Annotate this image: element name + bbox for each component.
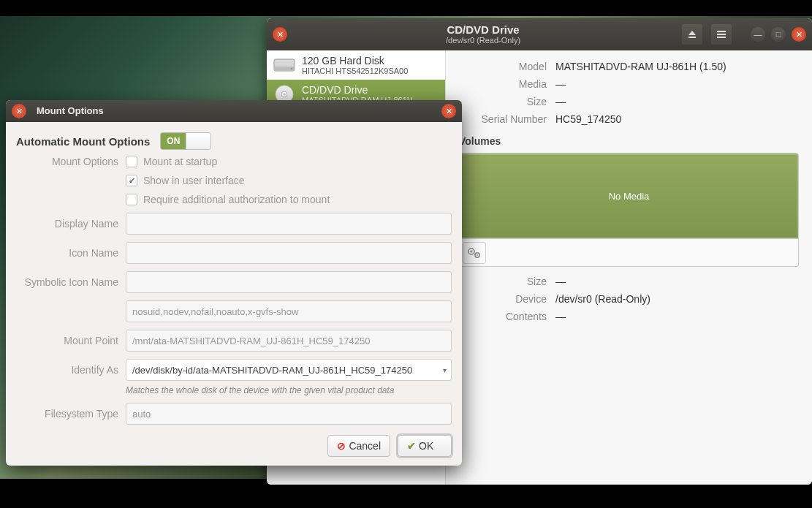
- ok-icon: ✔: [407, 440, 416, 452]
- fs-type-label: Filesystem Type: [16, 408, 118, 420]
- eject-icon: [687, 29, 697, 39]
- sidebar-item-label: CD/DVD Drive: [302, 84, 413, 96]
- auto-mount-label: Automatic Mount Options: [16, 135, 150, 148]
- auto-mount-switch[interactable]: ON: [160, 132, 211, 150]
- label-media: Media: [459, 78, 547, 90]
- cb-mount-startup-row[interactable]: Mount at startup: [126, 156, 452, 167]
- mount-options-label: Mount Options: [16, 156, 118, 167]
- mount-point-label: Mount Point: [16, 335, 118, 346]
- menu-button[interactable]: [711, 24, 732, 45]
- close-icon-right[interactable]: ✕: [792, 27, 806, 42]
- mount-flags-input[interactable]: [126, 300, 452, 322]
- label-size: Size: [459, 96, 547, 107]
- cancel-icon: ⊘: [337, 440, 346, 452]
- identify-as-label: Identify As: [16, 364, 118, 376]
- icon-name-input[interactable]: [126, 242, 452, 264]
- cb-auth-label: Require additional authorization to moun…: [143, 194, 330, 205]
- cb-show-ui-label: Show in user interface: [143, 175, 245, 186]
- dialog-title: Mount Options: [37, 106, 436, 116]
- minimize-icon[interactable]: —: [751, 27, 765, 42]
- sym-icon-input[interactable]: [126, 271, 452, 293]
- cancel-button[interactable]: ⊘ Cancel: [327, 435, 390, 457]
- label-vol-size: Size: [459, 276, 547, 287]
- icon-name-label: Icon Name: [16, 247, 118, 259]
- volumes-toolbar: [459, 239, 799, 267]
- checkbox-checked-icon[interactable]: [126, 175, 137, 186]
- ok-button[interactable]: ✔ OK: [398, 435, 452, 457]
- value-size: —: [555, 96, 566, 107]
- panel-top: [0, 0, 812, 16]
- value-serial: HC59_174250: [555, 113, 621, 125]
- close-icon-right[interactable]: ✕: [441, 104, 456, 118]
- volumes-heading: Volumes: [459, 135, 799, 147]
- value-vol-size: —: [555, 276, 566, 287]
- sidebar-item-sublabel: HITACHI HTS542512K9SA00: [302, 67, 408, 75]
- switch-knob: [186, 133, 210, 149]
- label-contents: Contents: [459, 311, 547, 322]
- display-name-input[interactable]: [126, 213, 452, 235]
- identify-hint: Matches the whole disk of the device wit…: [126, 385, 452, 395]
- volumes-area[interactable]: No Media: [459, 153, 799, 239]
- checkbox-unchecked-icon[interactable]: [126, 194, 137, 205]
- value-contents: —: [555, 311, 566, 322]
- mount-options-dialog: ✕ Mount Options ✕ Automatic Mount Option…: [6, 100, 462, 466]
- volume-status: No Media: [609, 191, 650, 202]
- eject-button[interactable]: [682, 24, 702, 45]
- gears-icon: [467, 246, 482, 259]
- ok-label: OK: [419, 440, 433, 452]
- chevron-down-icon: ▾: [443, 366, 447, 374]
- svg-point-5: [284, 94, 286, 96]
- identify-as-value: /dev/disk/by-id/ata-MATSHITADVD-RAM_UJ-8…: [132, 365, 412, 376]
- cb-mount-startup-label: Mount at startup: [143, 156, 217, 167]
- display-name-label: Display Name: [16, 218, 118, 230]
- label-device: Device: [459, 293, 547, 305]
- svg-point-2: [291, 68, 292, 69]
- value-device: /dev/sr0 (Read-Only): [555, 293, 650, 305]
- cb-show-ui-row[interactable]: Show in user interface: [126, 175, 452, 186]
- window-title-block: CD/DVD Drive /dev/sr0 (Read-Only): [293, 24, 673, 45]
- sym-icon-label: Symbolic Icon Name: [16, 276, 118, 288]
- mount-point-input[interactable]: [126, 330, 452, 352]
- close-icon[interactable]: ✕: [12, 104, 26, 118]
- hdd-icon: [273, 55, 296, 75]
- device-details: ModelMATSHITADVD-RAM UJ-861H (1.50) Medi…: [446, 50, 812, 485]
- svg-point-9: [477, 254, 478, 256]
- sidebar-item-hdd[interactable]: 120 GB Hard Disk HITACHI HTS542512K9SA00: [267, 50, 445, 80]
- svg-point-7: [471, 250, 473, 252]
- switch-state: ON: [161, 133, 186, 149]
- label-model: Model: [459, 61, 547, 72]
- cancel-label: Cancel: [349, 440, 381, 452]
- volume-settings-button[interactable]: [463, 242, 486, 264]
- dialog-titlebar[interactable]: ✕ Mount Options ✕: [6, 100, 462, 122]
- identify-as-combo[interactable]: /dev/disk/by-id/ata-MATSHITADVD-RAM_UJ-8…: [126, 359, 452, 381]
- checkbox-unchecked-icon[interactable]: [126, 156, 137, 167]
- close-icon[interactable]: ✕: [273, 27, 287, 42]
- value-media: —: [555, 78, 566, 90]
- cb-auth-row[interactable]: Require additional authorization to moun…: [126, 194, 452, 205]
- hamburger-icon: [716, 29, 726, 39]
- maximize-icon[interactable]: □: [771, 27, 786, 42]
- value-model: MATSHITADVD-RAM UJ-861H (1.50): [555, 61, 726, 72]
- window-subtitle: /dev/sr0 (Read-Only): [293, 36, 673, 45]
- disks-titlebar[interactable]: ✕ CD/DVD Drive /dev/sr0 (Read-Only) — □ …: [267, 18, 812, 50]
- label-serial: Serial Number: [459, 113, 547, 125]
- window-title: CD/DVD Drive: [293, 24, 673, 37]
- fs-type-input[interactable]: [126, 403, 452, 425]
- sidebar-item-label: 120 GB Hard Disk: [302, 55, 408, 67]
